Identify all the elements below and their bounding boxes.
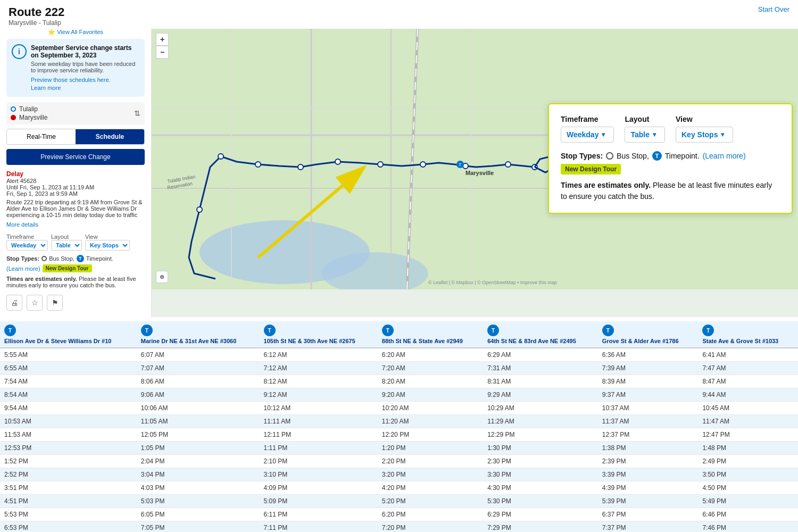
sidebar-timeframe-select[interactable]: Weekday: [6, 240, 48, 251]
table-cell: 8:06 AM: [137, 375, 260, 388]
overlay-view-group: View Key Stops ▾: [676, 115, 733, 143]
table-cell: 3:10 PM: [260, 468, 378, 481]
swap-button[interactable]: ⇅: [134, 109, 140, 118]
table-column-header: TEllison Ave Dr & Steve Williams Dr #10: [0, 321, 137, 348]
table-cell: 6:12 AM: [260, 348, 378, 362]
origin-dest-selector: Tulalip Marysville ⇅: [6, 102, 145, 124]
overlay-bus-stop-circle-icon: [606, 152, 613, 160]
favorite-icon[interactable]: ☆: [27, 295, 43, 311]
table-cell: 7:20 PM: [378, 521, 483, 533]
table-cell: 5:20 PM: [378, 495, 483, 508]
table-body: 5:55 AM6:07 AM6:12 AM6:20 AM6:29 AM6:36 …: [0, 348, 798, 532]
table-cell: 5:55 AM: [0, 348, 137, 362]
table-cell: 3:20 PM: [378, 468, 483, 481]
table-cell: 7:54 AM: [0, 375, 137, 388]
overlay-panel: Timeframe Weekday ▾ Layout Table ▾ View: [548, 103, 793, 214]
table-column-header: T64th St NE & 83rd Ave NE #2495: [483, 321, 598, 348]
start-over-link[interactable]: Start Over: [758, 5, 789, 13]
table-cell: 1:38 PM: [598, 442, 699, 455]
table-cell: 12:53 PM: [0, 442, 137, 455]
table-column-header: TMarine Dr NE & 31st Ave NE #3060: [137, 321, 260, 348]
sidebar-timeframe-label: Timeframe: [6, 234, 48, 240]
table-cell: 11:47 AM: [698, 415, 798, 428]
map-container: Marysville T Tulalip Indian Reservation: [152, 29, 798, 317]
svg-text:© Leaflet | © Mapbox | © OpenS: © Leaflet | © Mapbox | © OpenStreetMap •…: [428, 280, 557, 285]
preview-service-change-button[interactable]: Preview Service Change: [6, 149, 145, 165]
svg-text:T: T: [459, 162, 462, 168]
sidebar-layout-label: Layout: [51, 234, 82, 240]
table-cell: 3:50 PM: [698, 468, 798, 481]
svg-point-15: [298, 164, 303, 170]
info-icon: i: [12, 44, 27, 59]
delay-alert-id: Alert 45628: [6, 178, 145, 184]
table-cell: 5:49 PM: [698, 495, 798, 508]
destination-item: Marysville: [11, 114, 47, 121]
table-row: 12:53 PM1:05 PM1:11 PM1:20 PM1:30 PM1:38…: [0, 442, 798, 455]
tab-realtime[interactable]: Real-Time: [7, 129, 76, 144]
info-title: September Service change starts on Septe…: [31, 44, 139, 59]
table-cell: 10:06 AM: [137, 402, 260, 415]
sidebar-layout-select[interactable]: Table: [51, 240, 82, 251]
map-controls: + −: [156, 33, 169, 59]
overlay-learn-more-link[interactable]: (Learn more): [703, 152, 746, 160]
overlay-timeframe-dropdown[interactable]: Weekday ▾: [561, 127, 614, 143]
route-subtitle: Marysville - Tulalip: [9, 19, 64, 27]
table-cell: 1:20 PM: [378, 442, 483, 455]
table-cell: 4:03 PM: [137, 481, 260, 495]
od-labels: Tulalip Marysville: [11, 105, 47, 121]
table-cell: 7:46 PM: [698, 521, 798, 533]
delay-more-details-link[interactable]: More details: [6, 221, 38, 228]
print-icon[interactable]: 🖨: [6, 295, 22, 311]
overlay-timeframe-group: Timeframe Weekday ▾: [561, 115, 614, 143]
overlay-view-label: View: [676, 115, 733, 123]
zoom-in-button[interactable]: +: [156, 33, 169, 46]
sidebar-timeframe-group: Timeframe Weekday: [6, 234, 48, 251]
table-row: 5:53 PM6:05 PM6:11 PM6:20 PM6:29 PM6:37 …: [0, 508, 798, 521]
table-cell: 7:31 AM: [483, 362, 598, 375]
table-cell: 9:54 AM: [0, 402, 137, 415]
table-cell: 2:39 PM: [598, 455, 699, 468]
svg-point-18: [420, 162, 426, 167]
overlay-view-dropdown[interactable]: Key Stops ▾: [676, 127, 733, 143]
svg-point-12: [197, 207, 202, 212]
table-cell: 7:05 PM: [137, 521, 260, 533]
table-cell: 7:29 PM: [483, 521, 598, 533]
overlay-layout-dropdown[interactable]: Table ▾: [625, 127, 665, 143]
icon-row: 🖨 ☆ ⚑: [6, 293, 145, 311]
table-row: 7:54 AM8:06 AM8:12 AM8:20 AM8:31 AM8:39 …: [0, 375, 798, 388]
overlay-new-design-badge[interactable]: New Design Tour: [561, 164, 621, 174]
table-cell: 4:09 PM: [260, 481, 378, 495]
table-cell: 1:05 PM: [137, 442, 260, 455]
tab-schedule[interactable]: Schedule: [76, 129, 144, 144]
table-cell: 5:30 PM: [483, 495, 598, 508]
svg-point-14: [255, 162, 261, 167]
route-title: Route 222: [9, 5, 64, 19]
table-cell: 9:37 AM: [598, 388, 699, 402]
info-content: September Service change starts on Septe…: [31, 44, 139, 92]
sidebar-new-design-badge[interactable]: New Design Tour: [43, 264, 92, 272]
sidebar-learn-more-link[interactable]: (Learn more): [6, 265, 40, 272]
zoom-out-button[interactable]: −: [156, 46, 169, 59]
flag-icon[interactable]: ⚑: [47, 295, 63, 311]
destination-label: Marysville: [19, 114, 47, 121]
table-cell: 9:29 AM: [483, 388, 598, 402]
sidebar-view-select[interactable]: Key Stops: [85, 240, 130, 251]
timeframe-chevron-icon: ▾: [602, 131, 605, 138]
table-cell: 12:05 PM: [137, 428, 260, 442]
table-cell: 12:29 PM: [483, 428, 598, 442]
table-cell: 11:05 AM: [137, 415, 260, 428]
preview-schedules-link[interactable]: Preview those schedules here.: [31, 77, 111, 83]
table-cell: 6:29 AM: [483, 348, 598, 362]
table-cell: 5:39 PM: [598, 495, 699, 508]
delay-until: Until Fri, Sep 1, 2023 at 11:19 AM: [6, 184, 145, 190]
table-cell: 10:20 AM: [378, 402, 483, 415]
table-row: 8:54 AM9:06 AM9:12 AM9:20 AM9:29 AM9:37 …: [0, 388, 798, 402]
table-cell: 2:30 PM: [483, 455, 598, 468]
learn-more-link[interactable]: Learn more: [31, 85, 61, 91]
main-layout: ⭐ View All Favorites i September Service…: [0, 29, 798, 317]
table-cell: 7:47 AM: [698, 362, 798, 375]
view-favorites-link[interactable]: ⭐ View All Favorites: [6, 29, 145, 36]
schedule-section: TEllison Ave Dr & Steve Williams Dr #10T…: [0, 317, 798, 532]
locate-button[interactable]: ⊕: [156, 271, 168, 283]
table-cell: 10:12 AM: [260, 402, 378, 415]
